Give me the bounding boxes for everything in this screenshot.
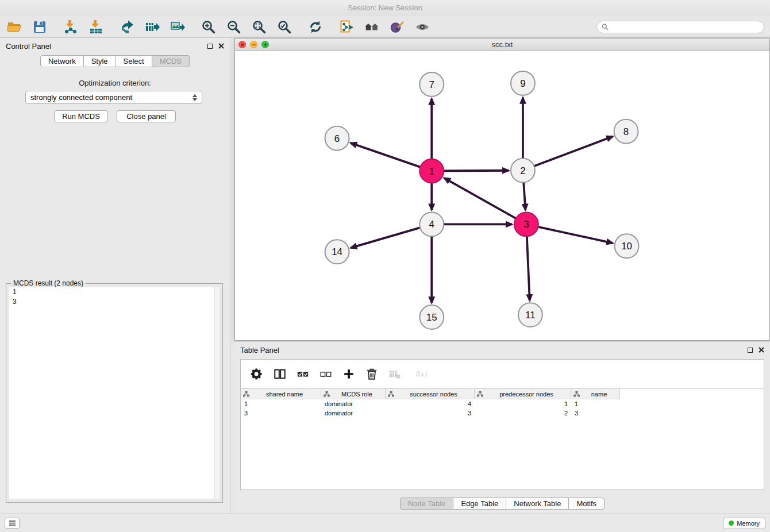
cell-predecessor-nodes[interactable]: 1 xyxy=(475,399,571,408)
tab-style[interactable]: Style xyxy=(84,55,116,67)
window-titlebar[interactable]: Session: New Session xyxy=(0,0,770,16)
graph-node-10[interactable]: 10 xyxy=(615,234,639,258)
export-table-icon[interactable] xyxy=(144,18,161,36)
tab-mcds[interactable]: MCDS xyxy=(152,55,190,67)
graph-node-3[interactable]: 3 xyxy=(514,212,538,236)
graph-node-label: 9 xyxy=(520,78,525,89)
network-canvas[interactable]: 7968124314101511 xyxy=(235,51,769,340)
search-input[interactable] xyxy=(611,23,759,31)
tab-network[interactable]: Network xyxy=(40,55,84,67)
cell-name[interactable]: 1 xyxy=(571,399,620,408)
open-session-icon[interactable] xyxy=(6,18,23,36)
dropdown-stepper-icon xyxy=(192,94,197,101)
traffic-lights xyxy=(238,41,269,48)
column-header-name[interactable]: name xyxy=(571,389,620,399)
column-header-successor-nodes[interactable]: successor nodes xyxy=(386,389,475,399)
table-panel-title: Table Panel xyxy=(240,346,279,354)
network-window-title: scc.txt xyxy=(235,40,769,49)
toolbar-group xyxy=(6,18,48,36)
network-window-titlebar[interactable]: scc.txt xyxy=(235,38,769,51)
cell-predecessor-nodes[interactable]: 2 xyxy=(475,408,571,418)
show-panels-button[interactable] xyxy=(5,518,20,529)
tab-edge-table[interactable]: Edge Table xyxy=(453,498,506,510)
zoom-selected-icon[interactable] xyxy=(276,18,293,36)
table-row[interactable]: 3dominator323 xyxy=(241,408,764,418)
table-toolbar: f(x) xyxy=(241,360,764,388)
table-panel-float-icon[interactable] xyxy=(748,348,753,353)
close-panel-button[interactable]: Close panel xyxy=(117,110,176,122)
select-all-icon[interactable] xyxy=(296,367,310,381)
refresh-view-icon[interactable] xyxy=(307,18,324,36)
unselect-all-icon[interactable] xyxy=(319,367,333,381)
graph-node-6[interactable]: 6 xyxy=(325,126,349,151)
import-table-icon[interactable] xyxy=(87,18,105,36)
export-network-icon[interactable] xyxy=(118,18,136,36)
graph-node-2[interactable]: 2 xyxy=(511,159,535,183)
show-hide-icon[interactable] xyxy=(414,18,431,36)
cell-shared-name[interactable]: 3 xyxy=(241,408,321,418)
graph-node-4[interactable]: 4 xyxy=(419,212,444,236)
result-scrollbar[interactable] xyxy=(214,287,220,499)
add-row-icon[interactable] xyxy=(342,367,356,381)
graph-node-14[interactable]: 14 xyxy=(325,240,349,264)
table-panel-close-icon[interactable] xyxy=(759,347,764,353)
table-row[interactable]: 1dominator411 xyxy=(241,399,764,408)
minimize-window-icon[interactable] xyxy=(250,41,257,48)
cell-successor-nodes[interactable]: 3 xyxy=(386,408,475,418)
graph-node-7[interactable]: 7 xyxy=(419,72,444,97)
tab-node-table[interactable]: Node Table xyxy=(400,498,454,510)
zoom-fit-icon[interactable] xyxy=(251,18,268,36)
optimization-criterion-select[interactable]: strongly connected component xyxy=(25,91,202,104)
tab-motifs[interactable]: Motifs xyxy=(569,498,605,510)
cell-shared-name[interactable]: 1 xyxy=(241,399,321,408)
apply-style-icon[interactable] xyxy=(388,18,406,36)
network-overview-icon[interactable] xyxy=(363,18,380,36)
graph-node-1[interactable]: 1 xyxy=(419,159,444,183)
graph-edge-4-14[interactable] xyxy=(351,224,432,248)
table-panel-header: Table Panel xyxy=(234,342,770,358)
memory-status-icon xyxy=(729,521,734,526)
control-panel-tabs: Network Style Select MCDS xyxy=(0,55,230,67)
run-mcds-button[interactable]: Run MCDS xyxy=(54,110,108,122)
control-panel-title: Control Panel xyxy=(6,42,51,51)
settings-gear-icon[interactable] xyxy=(250,367,264,381)
column-layout-icon[interactable] xyxy=(273,367,287,381)
delete-table-icon xyxy=(388,367,402,381)
search-box[interactable] xyxy=(596,21,764,33)
cell-name[interactable]: 3 xyxy=(571,408,620,418)
control-panel-float-icon[interactable] xyxy=(207,44,213,49)
graph-edge-3-10[interactable] xyxy=(526,224,613,243)
tab-select[interactable]: Select xyxy=(116,55,152,67)
cell-successor-nodes[interactable]: 4 xyxy=(386,399,475,408)
column-header-shared-name[interactable]: shared name xyxy=(241,389,321,399)
graph-node-8[interactable]: 8 xyxy=(614,119,638,144)
control-panel-close-icon[interactable] xyxy=(218,43,224,49)
graph-node-label: 15 xyxy=(426,312,437,323)
cell-mcds-role[interactable]: dominator xyxy=(321,399,386,408)
zoom-in-icon[interactable] xyxy=(200,18,217,36)
delete-row-icon[interactable] xyxy=(365,367,379,381)
graph-node-9[interactable]: 9 xyxy=(511,71,535,95)
maximize-window-icon[interactable] xyxy=(261,41,269,48)
mcds-result-list[interactable]: 13 xyxy=(9,287,220,499)
close-window-icon[interactable] xyxy=(238,41,246,48)
graph-node-11[interactable]: 11 xyxy=(518,303,542,327)
column-header-predecessor-nodes[interactable]: predecessor nodes xyxy=(475,389,571,399)
memory-label: Memory xyxy=(737,520,760,527)
memory-button[interactable]: Memory xyxy=(723,518,765,529)
cell-mcds-role[interactable]: dominator xyxy=(321,408,386,418)
copy-network-icon[interactable] xyxy=(338,18,355,36)
export-image-icon[interactable] xyxy=(169,18,186,36)
graph-edge-3-1[interactable] xyxy=(444,178,526,225)
zoom-out-icon[interactable] xyxy=(225,18,242,36)
network-graph[interactable]: 7968124314101511 xyxy=(235,51,769,340)
result-line[interactable]: 1 xyxy=(9,287,220,297)
graph-edge-2-8[interactable] xyxy=(523,137,613,171)
graph-edge-1-6[interactable] xyxy=(351,143,432,171)
graph-node-15[interactable]: 15 xyxy=(419,305,444,329)
column-header-mcds-role[interactable]: MCDS role xyxy=(321,389,386,399)
save-session-icon[interactable] xyxy=(31,18,48,36)
import-network-icon[interactable] xyxy=(62,18,79,36)
result-line[interactable]: 3 xyxy=(9,297,220,307)
tab-network-table[interactable]: Network Table xyxy=(506,498,569,510)
